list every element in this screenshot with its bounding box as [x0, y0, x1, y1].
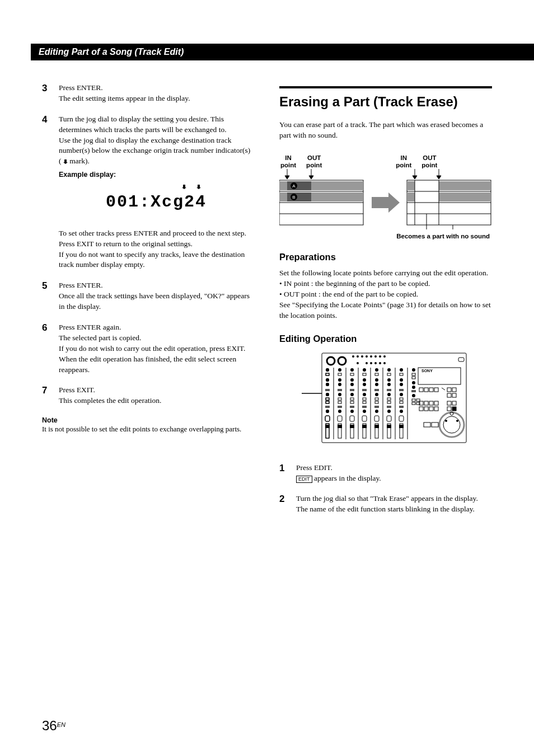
- bullet: • OUT point : the end of the part to be …: [279, 289, 492, 300]
- step-6: 6 Press ENTER again. The selected part i…: [42, 322, 254, 375]
- note-body: It is not possible to set the edit point…: [42, 424, 254, 434]
- svg-point-53: [357, 362, 359, 364]
- svg-marker-28: [372, 192, 400, 213]
- step-body: Press ENTER. The edit setting items appe…: [59, 83, 190, 104]
- svg-rect-20: [311, 181, 363, 190]
- svg-rect-34: [439, 181, 491, 190]
- svg-rect-0: [64, 159, 67, 162]
- text: When the edit operation has finished, th…: [59, 355, 236, 374]
- step-body: Press ENTER. Once all the track settings…: [59, 280, 254, 312]
- text: Once all the track settings have been di…: [59, 292, 250, 311]
- step-number: 3: [42, 83, 59, 104]
- svg-marker-3: [182, 187, 186, 189]
- svg-point-56: [374, 362, 377, 364]
- svg-rect-21: [279, 192, 287, 201]
- svg-point-52: [383, 355, 386, 358]
- svg-point-106: [412, 381, 415, 384]
- two-column-layout: 3 Press ENTER. The edit setting items ap…: [42, 83, 492, 525]
- svg-rect-4: [198, 185, 200, 187]
- svg-marker-5: [196, 187, 201, 189]
- svg-text:A: A: [292, 184, 296, 189]
- step-number: 7: [42, 385, 59, 406]
- text: Press ENTER.: [59, 281, 103, 289]
- step-body: Turn the jog dial so that "Trak Erase" a…: [296, 494, 478, 515]
- example-label: Example display:: [59, 170, 254, 180]
- page-number: 36EN: [42, 718, 65, 734]
- text: Press EXIT to return to the original set…: [59, 239, 254, 250]
- text: mark).: [69, 157, 90, 165]
- text: Press ENTER.: [59, 83, 103, 92]
- svg-marker-13: [437, 176, 441, 179]
- text: Press ENTER again.: [59, 323, 121, 331]
- svg-marker-1: [63, 162, 68, 164]
- svg-text:B: B: [292, 195, 295, 200]
- diagram-svg: A B: [279, 169, 492, 231]
- svg-point-58: [383, 362, 386, 364]
- marker-icon: [196, 185, 201, 189]
- lcd-display: 001:Xcg24: [59, 190, 254, 214]
- diagram-caption: Becomes a part with no sound: [279, 233, 492, 240]
- text: See "Specifying the Locate Points" (page…: [279, 300, 492, 321]
- svg-point-54: [366, 362, 368, 364]
- step-body: Press ENTER again. The selected part is …: [59, 322, 254, 375]
- svg-rect-18: [279, 181, 287, 190]
- step-4: 4 Turn the jog dial to display the setti…: [42, 114, 254, 271]
- bullet: • IN point : the beginning of the part t…: [279, 279, 492, 289]
- step-number: 1: [279, 463, 296, 484]
- page-number-value: 36: [42, 718, 57, 733]
- text: If you do not want to specify any tracks…: [59, 250, 254, 271]
- step-5: 5 Press ENTER. Once all the track settin…: [42, 280, 254, 312]
- step-number: 5: [42, 280, 59, 312]
- text: Turn the jog dial to display the setting…: [59, 114, 254, 135]
- svg-point-86: [456, 420, 458, 422]
- text-block: Set the following locate points before c…: [279, 268, 492, 321]
- text: To set other tracks press ENTER and proc…: [59, 228, 254, 239]
- text: The selected part is copied.: [59, 334, 141, 342]
- marker-icon: [182, 185, 186, 189]
- svg-point-46: [357, 355, 359, 358]
- page-number-suffix: EN: [57, 721, 65, 728]
- svg-point-47: [361, 355, 363, 358]
- edit-step-1: 1 Press EDIT. EDIT appears in the displa…: [279, 463, 492, 484]
- svg-point-55: [370, 362, 372, 364]
- step-number: 2: [279, 494, 296, 515]
- text: appears in the display.: [312, 474, 381, 482]
- page-title: Erasing a Part (Track Erase): [279, 86, 492, 110]
- svg-point-57: [379, 362, 381, 364]
- svg-point-109: [412, 394, 415, 397]
- editing-operation-heading: Editing Operation: [279, 334, 492, 344]
- svg-rect-36: [439, 192, 491, 201]
- text: This completes the edit operation.: [59, 396, 161, 405]
- step-body: Turn the jog dial to display the setting…: [59, 114, 254, 271]
- svg-rect-81: [452, 407, 456, 411]
- step-body: Press EXIT. This completes the edit oper…: [59, 385, 161, 406]
- svg-marker-7: [285, 176, 289, 179]
- diag-label: IN point: [396, 154, 411, 169]
- text: Press EXIT.: [59, 386, 95, 394]
- svg-point-48: [366, 355, 368, 358]
- svg-point-49: [370, 355, 372, 358]
- intro-text: You can erase part of a track. The part …: [279, 120, 492, 141]
- text: If you do not wish to carry out the edit…: [59, 344, 245, 353]
- svg-rect-108: [411, 390, 416, 392]
- step-body: Press EDIT. EDIT appears in the display.: [296, 463, 381, 484]
- text: Press EDIT.: [296, 463, 332, 472]
- svg-text:SONY: SONY: [421, 369, 433, 373]
- device-illustration: SONY: [302, 351, 470, 446]
- step-number: 4: [42, 114, 59, 271]
- text: The name of the edit function starts bli…: [296, 505, 475, 513]
- svg-marker-9: [309, 176, 313, 179]
- step-7: 7 Press EXIT. This completes the edit op…: [42, 385, 254, 406]
- erase-diagram: IN point OUT point IN point OUT point: [279, 154, 492, 240]
- text: Set the following locate points before c…: [279, 268, 492, 279]
- svg-rect-35: [407, 192, 415, 201]
- svg-point-50: [374, 355, 377, 358]
- preparations-heading: Preparations: [279, 252, 492, 262]
- svg-marker-11: [413, 176, 417, 179]
- svg-point-107: [412, 386, 415, 389]
- step-3: 3 Press ENTER. The edit setting items ap…: [42, 83, 254, 104]
- left-column: 3 Press ENTER. The edit setting items ap…: [42, 83, 254, 525]
- diag-label: OUT point: [306, 154, 322, 169]
- note-heading: Note: [42, 416, 254, 424]
- section-header: Editing Part of a Song (Track Edit): [31, 44, 534, 60]
